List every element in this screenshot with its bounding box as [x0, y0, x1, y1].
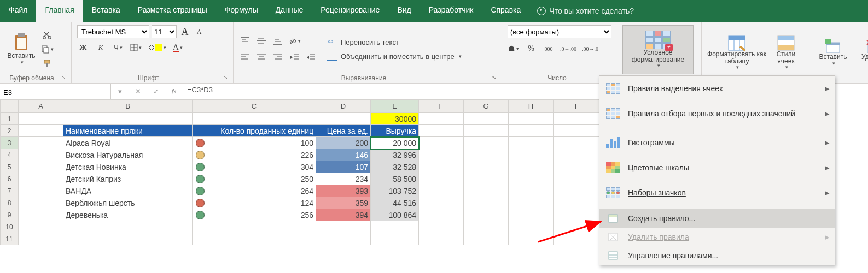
cell-price[interactable]: 200 — [316, 137, 371, 149]
align-left-button[interactable] — [239, 51, 251, 63]
cancel-formula-button[interactable]: ✕ — [129, 84, 147, 99]
font-color-button[interactable]: А▾ — [172, 41, 184, 54]
cell[interactable] — [419, 197, 464, 209]
row-header-1[interactable]: 1 — [1, 113, 19, 125]
cell[interactable] — [554, 209, 598, 221]
cell[interactable] — [554, 173, 598, 185]
cell[interactable] — [509, 137, 554, 149]
cell-name[interactable]: Вискоза Натуральная — [63, 149, 193, 161]
cell-revenue[interactable]: 58 500 — [371, 173, 419, 185]
cell-qty[interactable]: 124 — [193, 197, 316, 209]
cell[interactable] — [464, 173, 509, 185]
cell-price[interactable]: 146 — [316, 149, 371, 161]
cell[interactable] — [19, 113, 63, 125]
menu-new-rule[interactable]: Создать правило... — [599, 209, 835, 228]
tab-данные[interactable]: Данные — [267, 0, 312, 22]
col-header-D[interactable]: D — [316, 100, 371, 113]
cell[interactable] — [19, 137, 63, 149]
cell-price[interactable]: 394 — [316, 209, 371, 221]
cell-revenue[interactable]: 44 516 — [371, 197, 419, 209]
row-header-5[interactable]: 5 — [1, 161, 19, 173]
align-top-button[interactable] — [239, 35, 251, 47]
cell[interactable] — [193, 233, 316, 245]
tab-разметка страницы[interactable]: Разметка страницы — [129, 0, 216, 22]
menu-color-scales[interactable]: Цветовые шкалы▶ — [599, 155, 835, 180]
cell[interactable] — [509, 125, 554, 137]
percent-button[interactable]: % — [525, 43, 537, 55]
tab-главная[interactable]: Главная — [36, 0, 83, 22]
delete-cells-button[interactable]: Удалить▾ — [855, 32, 868, 74]
row-header-6[interactable]: 6 — [1, 173, 19, 185]
italic-button[interactable]: К — [95, 41, 107, 54]
row-header-9[interactable]: 9 — [1, 209, 19, 221]
cell-E1[interactable]: 30000 — [371, 113, 419, 125]
cell[interactable] — [419, 185, 464, 197]
cell[interactable] — [19, 125, 63, 137]
col-header-E[interactable]: E — [371, 100, 419, 113]
cell-name[interactable]: Деревенька — [63, 209, 193, 221]
cell[interactable] — [19, 221, 63, 233]
tell-me[interactable]: Что вы хотите сделать? — [529, 0, 642, 22]
menu-highlight-rules[interactable]: Правила выделения ячеек▶ — [599, 76, 835, 101]
col-header-B[interactable]: B — [63, 100, 193, 113]
merge-center-button[interactable]: Объединить и поместить в центре▾ — [327, 52, 462, 61]
tab-файл[interactable]: Файл — [0, 0, 36, 22]
bold-button[interactable]: Ж — [77, 41, 89, 54]
cell-revenue[interactable]: 32 996 — [371, 149, 419, 161]
cell[interactable] — [509, 233, 554, 245]
increase-indent-button[interactable] — [305, 51, 317, 63]
increase-decimal-button[interactable]: .0→.00 — [560, 43, 576, 55]
cell[interactable] — [316, 221, 371, 233]
font-name-select[interactable]: Trebuchet MS — [77, 25, 149, 38]
table-header[interactable]: Кол-во проданных единиц — [193, 125, 316, 137]
cell-qty[interactable]: 250 — [193, 173, 316, 185]
menu-top-bottom-rules[interactable]: Правила отбора первых и последних значен… — [599, 101, 835, 126]
align-center-button[interactable] — [255, 51, 267, 63]
increase-font-button[interactable]: A — [179, 26, 191, 38]
cell[interactable] — [464, 209, 509, 221]
row-header-7[interactable]: 7 — [1, 185, 19, 197]
cell[interactable] — [509, 221, 554, 233]
table-header[interactable]: Наименование пряжи — [63, 125, 193, 137]
cell[interactable] — [193, 113, 316, 125]
cell[interactable] — [419, 149, 464, 161]
cell[interactable] — [554, 221, 598, 233]
cell[interactable] — [509, 173, 554, 185]
cell[interactable] — [464, 185, 509, 197]
decrease-font-button[interactable]: A — [193, 26, 205, 38]
orientation-button[interactable]: ab▾ — [288, 35, 301, 47]
cell[interactable] — [419, 233, 464, 245]
cell[interactable] — [509, 149, 554, 161]
conditional-formatting-button[interactable]: ≠ Условное форматирование▾ — [622, 25, 694, 74]
cell-price[interactable]: 234 — [316, 173, 371, 185]
cell[interactable] — [19, 161, 63, 173]
cell[interactable] — [464, 137, 509, 149]
tab-формулы[interactable]: Формулы — [216, 0, 267, 22]
cell-revenue[interactable]: 32 528 — [371, 161, 419, 173]
cell[interactable] — [509, 185, 554, 197]
cell[interactable] — [371, 221, 419, 233]
cell[interactable] — [464, 233, 509, 245]
tab-вставка[interactable]: Вставка — [83, 0, 129, 22]
cell[interactable] — [316, 113, 371, 125]
borders-button[interactable]: ▾ — [130, 41, 142, 54]
cell[interactable] — [464, 149, 509, 161]
namebox-dropdown[interactable]: ▾ — [111, 84, 129, 99]
tab-справка[interactable]: Справка — [482, 0, 529, 22]
cell-qty[interactable]: 226 — [193, 149, 316, 161]
cell-revenue[interactable]: 100 864 — [371, 209, 419, 221]
cell[interactable] — [509, 197, 554, 209]
enter-formula-button[interactable]: ✓ — [147, 84, 165, 99]
cell-name[interactable]: ВАНДА — [63, 185, 193, 197]
cell[interactable] — [19, 197, 63, 209]
menu-data-bars[interactable]: Гистограммы▶ — [599, 130, 835, 155]
decrease-indent-button[interactable] — [288, 51, 300, 63]
cell[interactable] — [554, 137, 598, 149]
cell[interactable] — [419, 125, 464, 137]
cell-qty[interactable]: 304 — [193, 161, 316, 173]
cell-revenue[interactable]: 20 000 — [371, 137, 419, 149]
fx-button[interactable]: fx — [165, 84, 183, 99]
cell[interactable] — [63, 233, 193, 245]
format-as-table-button[interactable]: Форматировать как таблицу▾ — [707, 32, 766, 74]
cell[interactable] — [464, 125, 509, 137]
